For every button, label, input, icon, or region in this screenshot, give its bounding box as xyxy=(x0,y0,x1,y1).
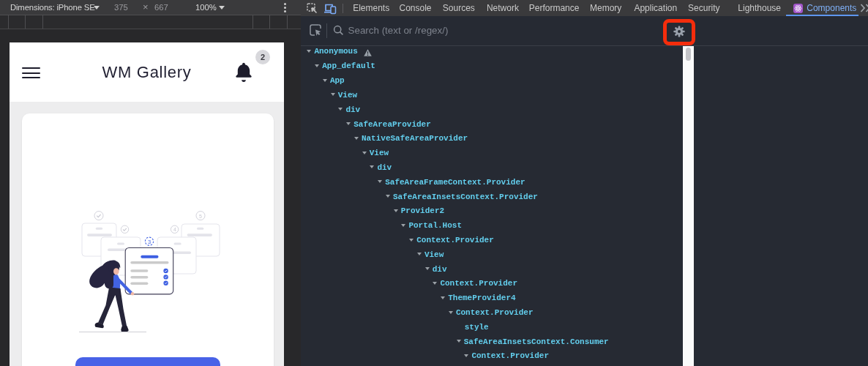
svg-text:4: 4 xyxy=(173,227,176,232)
svg-text:3: 3 xyxy=(148,239,151,245)
svg-text:5: 5 xyxy=(199,214,202,219)
